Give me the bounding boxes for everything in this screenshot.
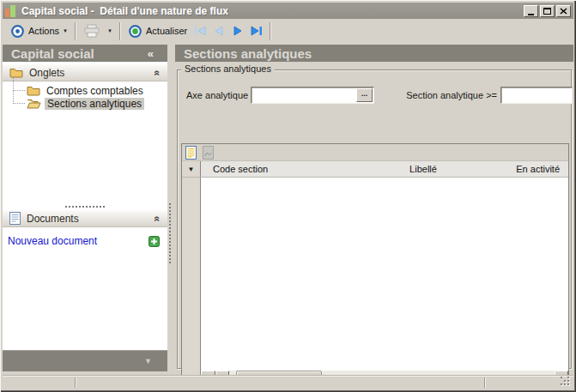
- print-button[interactable]: [80, 22, 104, 39]
- minimize-button[interactable]: [524, 5, 538, 17]
- document-icon: [9, 212, 21, 225]
- sections-analytiques-groupbox: Sections analytiques Axe analytique ... …: [177, 69, 572, 369]
- documents-panel-label: Documents: [27, 213, 79, 225]
- disabled-image-icon: [203, 146, 214, 160]
- nav-first-icon: [194, 26, 206, 36]
- documents-collapse-icon[interactable]: «: [152, 215, 164, 221]
- grid-indicator-column: [182, 178, 201, 371]
- grid-header-row: ▼ Code section Libellé En activité: [182, 161, 568, 178]
- close-button[interactable]: [556, 5, 571, 17]
- main-content: Sections analytiques Sections analytique…: [175, 45, 573, 371]
- print-dropdown-icon: ▼: [107, 28, 112, 33]
- nav-next-button[interactable]: [228, 21, 247, 40]
- app-icon[interactable]: [5, 5, 16, 17]
- app-icon-orange-bar: [5, 9, 9, 17]
- close-icon: [560, 8, 567, 15]
- main-title: Sections analytiques: [184, 46, 312, 61]
- expand-down-icon: ▼: [144, 357, 152, 365]
- new-document-add-button[interactable]: [149, 236, 160, 247]
- refresh-button[interactable]: Actualiser: [124, 22, 191, 40]
- minimize-icon: [528, 14, 534, 15]
- actions-dropdown-icon: ▼: [63, 28, 68, 33]
- window-title: Capital social - Détail d'une nature de …: [21, 5, 228, 17]
- splitter-grip-dots: [65, 206, 105, 208]
- documents-panel-body: Nouveau document: [3, 229, 167, 247]
- tree-connector: [13, 103, 25, 104]
- sidebar-vertical-splitter[interactable]: [169, 203, 171, 263]
- grid-selector-cell[interactable]: ▼: [182, 161, 201, 177]
- green-plus-icon: [149, 236, 160, 247]
- actions-label: Actions: [28, 26, 59, 36]
- axe-analytique-label: Axe analytique: [186, 90, 248, 100]
- grid-secondary-button[interactable]: [203, 146, 214, 160]
- new-record-icon: [185, 146, 197, 160]
- print-dropdown-button[interactable]: ▼: [104, 27, 116, 35]
- open-folder-icon: [27, 98, 41, 109]
- tree-connector: [13, 90, 14, 104]
- grid-toolbar: [182, 144, 568, 161]
- refresh-icon: [128, 24, 142, 39]
- sidebar-title: Capital social: [11, 46, 94, 61]
- titlebar[interactable]: Capital social - Détail d'une nature de …: [3, 3, 573, 19]
- actions-button[interactable]: Actions ▼: [7, 22, 71, 40]
- toolbar-separator: [270, 22, 271, 40]
- new-document-link[interactable]: Nouveau document: [8, 235, 97, 247]
- onglets-panel-label: Onglets: [29, 67, 64, 79]
- sections-grid: ▼ Code section Libellé En activité + ◀: [181, 143, 569, 388]
- axe-analytique-combo: ...: [251, 87, 374, 104]
- main-toolbar: Actions ▼ ▼ Actualiser: [3, 19, 573, 43]
- nav-previous-icon: [214, 26, 224, 36]
- nav-next-icon: [233, 26, 243, 36]
- grid-new-row-button[interactable]: [185, 146, 197, 160]
- printer-icon: [83, 24, 100, 38]
- nav-previous-button[interactable]: [209, 21, 228, 40]
- onglets-panel-header[interactable]: Onglets «: [3, 64, 167, 81]
- section-analytique-label: Section analytique >=: [396, 90, 497, 100]
- onglets-collapse-icon[interactable]: «: [152, 69, 164, 75]
- refresh-label: Actualiser: [146, 26, 187, 36]
- closed-folder-icon: [27, 85, 40, 96]
- app-icon-green-bar: [10, 5, 15, 17]
- tree-item-label: Sections analytiques: [45, 98, 144, 110]
- sidebar: Capital social « Onglets « Comptes compt…: [3, 45, 167, 371]
- main-header: Sections analytiques: [175, 45, 573, 62]
- tree-item-label: Comptes comptables: [44, 85, 146, 97]
- section-analytique-input[interactable]: [500, 87, 573, 104]
- grid-selector-dropdown-icon: ▼: [188, 166, 195, 173]
- nav-first-button[interactable]: [191, 21, 209, 40]
- collapsed-panel-bar[interactable]: ▼: [3, 350, 167, 371]
- tree-connector: [13, 90, 25, 91]
- tree-item-sections-analytiques[interactable]: Sections analytiques: [3, 97, 167, 110]
- documents-panel-header[interactable]: Documents «: [3, 210, 167, 227]
- folder-icon: [9, 67, 23, 78]
- tree-item-comptes-comptables[interactable]: Comptes comptables: [3, 84, 167, 97]
- resize-grip[interactable]: [561, 377, 571, 387]
- grid-body: [182, 178, 568, 371]
- status-pane-middle: [76, 376, 484, 389]
- status-bar: [3, 375, 573, 389]
- nav-last-icon: [251, 26, 263, 36]
- status-pane-left: [3, 376, 75, 389]
- maximize-button[interactable]: [540, 5, 555, 17]
- sidebar-horizontal-splitter[interactable]: [3, 204, 167, 209]
- maximize-icon: [543, 8, 551, 15]
- nav-last-button[interactable]: [247, 21, 266, 40]
- actions-bullseye-icon: [10, 24, 25, 39]
- toolbar-separator: [75, 22, 76, 40]
- app-window: Capital social - Détail d'une nature de …: [0, 0, 576, 392]
- sidebar-collapse-icon[interactable]: «: [148, 47, 159, 60]
- groupbox-label: Sections analytiques: [181, 63, 275, 74]
- column-header-libelle[interactable]: Libellé: [371, 161, 476, 177]
- grid-rows-area: [201, 178, 568, 371]
- column-header-code-section[interactable]: Code section: [201, 161, 371, 177]
- toolbar-separator: [119, 22, 121, 40]
- tree-connector: [13, 77, 14, 91]
- onglets-tree: Comptes comptables Sections analytiques: [3, 84, 167, 110]
- column-header-en-activite[interactable]: En activité: [476, 161, 568, 177]
- sidebar-header: Capital social «: [3, 45, 167, 62]
- axe-analytique-lookup-button[interactable]: ...: [356, 88, 373, 102]
